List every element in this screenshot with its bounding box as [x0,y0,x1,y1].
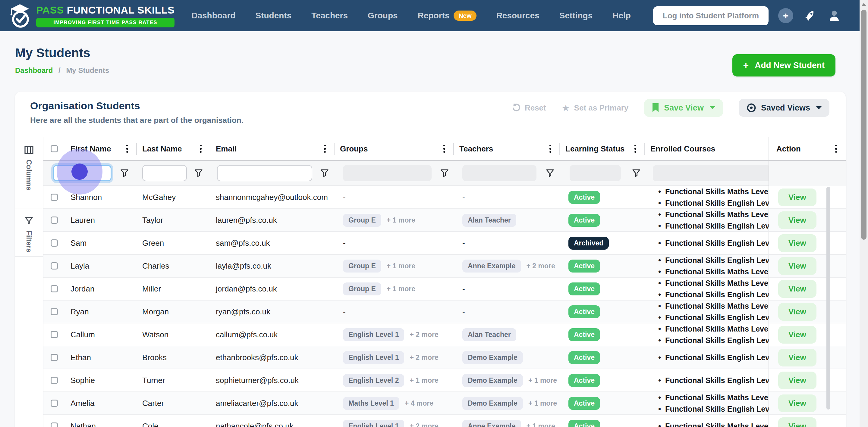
row-checkbox[interactable] [51,423,58,427]
row-checkbox[interactable] [51,217,58,224]
column-header-label: Action [776,144,831,154]
column-header-label: First Name [70,144,122,154]
page-scrollbar-thumb[interactable] [861,10,867,240]
cell-last-name: Charles [137,255,210,277]
view-button[interactable]: View [778,394,816,412]
row-checkbox[interactable] [51,239,58,247]
groups-more-label: + 1 more [410,376,438,385]
rocket-icon[interactable] [803,8,817,23]
scroll-up-arrow-icon[interactable] [861,3,866,6]
table-row: SamGreensam@pfs.co.uk--Archived•Function… [43,232,846,255]
row-checkbox[interactable] [51,354,58,361]
cell-last-name: Miller [137,277,210,300]
nav-item-reports[interactable]: ReportsNew [418,10,476,21]
teacher-chip: Alan Teacher [462,214,516,227]
cell-action: View [769,323,846,346]
cell-teachers: Anne Example+ 2 more [454,255,560,277]
nav-item-dashboard[interactable]: Dashboard [191,11,236,21]
status-badge: Active [568,305,600,318]
nav-item-teachers[interactable]: Teachers [311,11,348,21]
columns-rail-button[interactable]: Columns [15,137,43,208]
filters-rail-button[interactable]: Filters [15,208,43,257]
filter-funnel-icon[interactable] [440,169,449,178]
cell-groups: - [335,300,454,323]
reset-button[interactable]: Reset [512,103,546,112]
row-checkbox[interactable] [51,194,58,201]
user-avatar-icon[interactable] [827,8,841,23]
row-checkbox[interactable] [51,400,58,407]
nav-item-help[interactable]: Help [613,11,631,21]
select-all-checkbox[interactable] [51,145,58,152]
status-badge: Active [568,260,600,272]
view-button[interactable]: View [778,303,816,321]
row-checkbox[interactable] [51,331,58,338]
filter-last-input[interactable] [142,165,187,181]
view-button[interactable]: View [778,211,816,229]
filter-status-field[interactable] [569,165,621,181]
cell-action: View [769,277,846,300]
filter-funnel-icon[interactable] [320,169,329,178]
saved-views-button[interactable]: Saved Views [739,99,830,117]
page-scrollbar[interactable] [860,0,868,427]
course-name: Functional Skills Maths Level 2 - [665,210,781,219]
kebab-menu-icon[interactable] [831,143,841,154]
quick-add-icon[interactable]: + [778,8,793,23]
row-select-cell [43,232,65,254]
save-view-button[interactable]: Save View [644,99,723,117]
status-badge: Active [568,191,600,204]
filter-action-cell [769,161,846,186]
nav-item-label: Resources [496,11,539,21]
view-button[interactable]: View [778,234,816,252]
bullet-icon: • [658,256,661,265]
kebab-menu-icon[interactable] [122,143,132,154]
nav-item-groups[interactable]: Groups [368,11,398,21]
filter-first-input[interactable] [53,165,112,181]
view-button[interactable]: View [778,189,816,206]
row-checkbox[interactable] [51,262,58,269]
row-checkbox[interactable] [51,308,58,315]
table-row: SophieTurnersophieturner@pfs.co.ukEnglis… [43,369,846,392]
cell-teachers: Demo Example+ 1 more [454,369,560,391]
filter-funnel-icon[interactable] [546,169,555,178]
breadcrumb-dashboard-link[interactable]: Dashboard [15,66,53,74]
view-button[interactable]: View [778,349,816,366]
group-chip: Group E [343,283,381,295]
login-student-platform-button[interactable]: Log into Student Platform [653,6,769,25]
cell-groups: English Level 1+ 2 more [335,415,454,427]
nav-item-settings[interactable]: Settings [559,11,592,21]
table-scrollbar-thumb[interactable] [827,187,830,409]
kebab-menu-icon[interactable] [630,143,640,154]
cell-email: ryan@pfs.co.uk [210,300,335,323]
row-checkbox[interactable] [51,377,58,384]
view-button[interactable]: View [778,371,816,389]
filter-funnel-icon[interactable] [194,169,203,178]
filter-groups-field[interactable] [343,165,432,181]
view-button[interactable]: View [778,326,816,343]
add-new-student-button[interactable]: + Add New Student [733,54,835,76]
column-header-courses: Enrolled Courses [645,137,769,160]
kebab-menu-icon[interactable] [196,143,206,154]
course-item: •Functional Skills English Level 2 - [658,198,786,208]
view-button[interactable]: View [778,417,816,427]
filter-funnel-icon [25,217,33,225]
course-name: Functional Skills Maths Level 2 - [665,187,781,196]
plus-icon: + [743,60,749,71]
filter-email-input[interactable] [217,165,312,181]
set-as-primary-button[interactable]: ★ Set as Primary [562,103,629,113]
kebab-menu-icon[interactable] [320,143,330,154]
brand-logo[interactable]: PASSFUNCTIONAL SKILLS IMPROVING FIRST TI… [8,4,175,28]
filter-funnel-icon[interactable] [120,169,129,178]
filter-funnel-icon[interactable] [632,169,641,178]
filter-courses-field[interactable] [653,165,770,181]
cell-groups: Group E+ 1 more [335,277,454,300]
nav-item-students[interactable]: Students [255,11,291,21]
cell-email: callum@pfs.co.uk [210,323,335,346]
nav-item-resources[interactable]: Resources [496,11,539,21]
kebab-menu-icon[interactable] [546,143,555,154]
kebab-menu-icon[interactable] [439,143,449,154]
row-checkbox[interactable] [51,285,58,292]
view-button[interactable]: View [778,280,816,298]
filter-teachers-field[interactable] [462,165,536,181]
group-chip: Group E [343,260,381,272]
view-button[interactable]: View [778,257,816,275]
